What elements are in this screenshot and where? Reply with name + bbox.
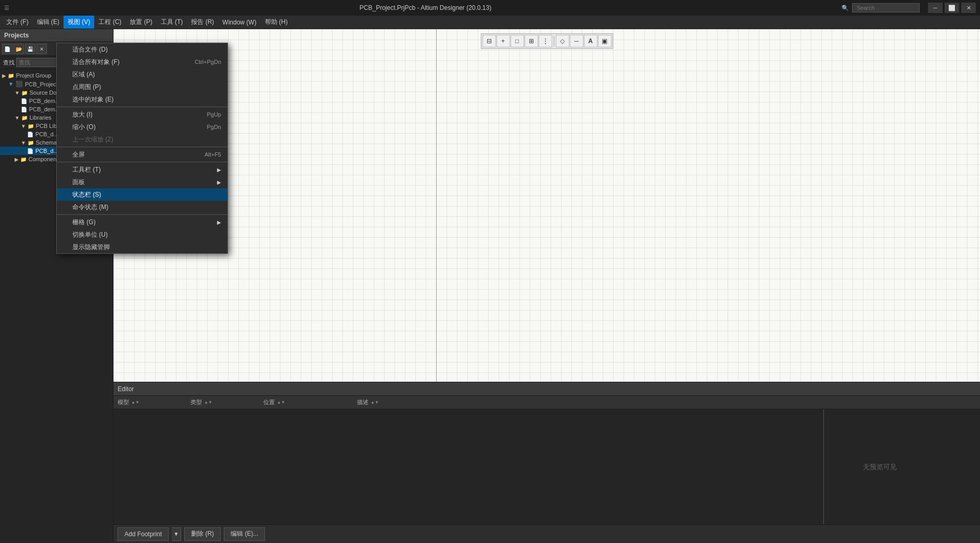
pcb-grid-btn[interactable]: ⊞ [525,35,538,47]
sidebar-title: Projects [4,32,29,39]
sidebar-open-btn[interactable]: 📂 [14,44,24,54]
pcb-highlight-btn[interactable]: ◇ [556,35,569,47]
col-model-label: 模型 [118,398,129,406]
menu-item-label: 工具栏 (T) [72,165,101,174]
sidebar-save-btn[interactable]: 💾 [25,44,35,54]
search-icon: 🔍 [842,5,849,11]
maximize-button[interactable]: ⬜ [945,3,959,13]
menu-edit[interactable]: 编辑 (E) [33,16,63,29]
menu-separator [57,162,227,162]
pcb-grid [113,29,980,382]
menu-item-label: 缩小 (O) [72,123,96,132]
sidebar-close-btn[interactable]: ✕ [36,44,47,54]
toolbar-separator [554,36,554,46]
tree-label: PCB_d... [35,131,58,137]
menu-command-status[interactable]: 命令状态 (M) [57,201,227,213]
menu-show-hidden-pins[interactable]: 显示隐藏管脚 [57,241,227,253]
title-bar: ☰ PCB_Project.PrjPcb - Altium Designer (… [0,0,980,16]
menu-grid[interactable]: 栅格 (G) ▶ [57,216,227,228]
menu-reports[interactable]: 报告 (R) [187,16,218,29]
folder-icon: ▼ 📁 [15,115,28,121]
sidebar-new-btn[interactable]: 📄 [2,44,12,54]
menu-item-label: 适合所有对象 (F) [72,58,120,67]
add-footprint-dropdown[interactable]: ▼ [172,527,181,541]
menu-fit-document[interactable]: 适合文件 (D) [57,43,227,56]
close-button[interactable]: ✕ [961,3,976,13]
file-icon: 📄 [21,98,27,104]
menu-toggle-units[interactable]: 切换单位 (U) [57,228,227,241]
no-preview-text: 无预览可见 [863,462,897,472]
submenu-arrow-icon: ▶ [217,219,221,225]
delete-button[interactable]: 删除 (R) [184,527,221,541]
menu-toolbar[interactable]: 工具栏 (T) ▶ [57,163,227,176]
col-type-label: 类型 [190,398,202,406]
menu-item-label: 选中的对象 (E) [72,95,113,104]
bottom-panel-header: Editor [113,382,980,396]
pcb-editor[interactable]: ⊟ + □ ⊞ ⋮ ◇ ─ A ▣ [113,29,980,382]
sort-icon: ▲▼ [277,400,285,405]
title-icons: ☰ [4,5,9,11]
edit-button[interactable]: 编辑 (E)... [224,527,265,541]
menu-item-label: 放大 (I) [72,110,93,119]
search-input[interactable] [852,3,920,12]
menu-panels[interactable]: 面板 ▶ [57,176,227,188]
menu-item-label: 全屏 [72,150,85,159]
shortcut-text: Alt+F5 [205,151,221,158]
pcb-filter-btn[interactable]: ⊟ [482,35,496,47]
menu-project[interactable]: 工程 (C) [94,16,125,29]
tree-label: Project Group [16,72,52,79]
bottom-panel: Editor 模型 ▲▼ 类型 ▲▼ 位置 ▲▼ 描述 ▲▼ [113,382,980,543]
menu-tools[interactable]: 工具 (T) [157,16,187,29]
shortcut-text: Ctrl+PgDn [195,59,221,65]
menu-fit-all[interactable]: 适合所有对象 (F) Ctrl+PgDn [57,56,227,68]
folder-icon: ▶ 📁 [2,73,14,79]
menu-separator [57,214,227,215]
pcb-line-btn[interactable]: ─ [570,35,583,47]
panel-divider [823,409,824,524]
menu-statusbar[interactable]: 状态栏 (S) [57,188,227,201]
submenu-arrow-icon: ▶ [217,167,221,173]
submenu-arrow-icon: ▶ [217,179,221,185]
menu-bar: 文件 (F) 编辑 (E) 视图 (V) 工程 (C) 放置 (P) 工具 (T… [0,16,980,29]
pcb-select-btn[interactable]: □ [511,35,524,47]
menu-help[interactable]: 帮助 (H) [261,16,292,29]
pcb-component-btn[interactable]: ▣ [598,35,612,47]
menu-around-point[interactable]: 点周围 (P) [57,81,227,93]
folder-icon: ▼ 📁 [21,123,34,129]
menu-place[interactable]: 放置 (P) [125,16,156,29]
minimize-button[interactable]: ─ [928,3,943,13]
delete-label: 删除 (R) [191,529,214,538]
col-description: 描述 ▲▼ [357,398,976,406]
menu-item-label: 栅格 (G) [72,218,96,227]
col-pos-label: 位置 [263,398,275,406]
menu-item-label: 点周围 (P) [72,83,101,92]
tree-label: PCB_d... [35,148,58,154]
pcb-add-btn[interactable]: + [497,35,510,47]
view-dropdown-menu[interactable]: 适合文件 (D) 适合所有对象 (F) Ctrl+PgDn 区域 (A) 点周围… [56,43,228,254]
add-footprint-button[interactable]: Add Footprint [118,527,169,541]
content-area: ⊟ + □ ⊞ ⋮ ◇ ─ A ▣ Editor 模型 ▲▼ [113,29,980,543]
menu-item-label: 命令状态 (M) [72,203,108,212]
menu-zoom-out[interactable]: 缩小 (O) PgDn [57,121,227,133]
col-type: 类型 ▲▼ [190,398,263,406]
sort-icon: ▲▼ [204,400,212,405]
menu-window[interactable]: Window (W) [218,16,260,29]
menu-file[interactable]: 文件 (F) [2,16,33,29]
menu-view[interactable]: 视图 (V) [63,16,94,29]
folder-icon: ▼ 📁 [21,140,34,146]
menu-area[interactable]: 区域 (A) [57,68,227,81]
pcb-text-btn[interactable]: A [584,35,597,47]
bottom-footer: Add Footprint ▼ 删除 (R) 编辑 (E)... [113,524,980,543]
menu-separator [57,147,227,147]
menu-fullscreen[interactable]: 全屏 Alt+F5 [57,148,227,161]
sidebar-header: Projects [0,29,113,42]
file-icon: 📄 [27,132,33,137]
menu-selected[interactable]: 选中的对象 (E) [57,93,227,106]
sort-icon: ▲▼ [131,400,139,405]
tree-label: PCB_dem... [29,98,60,104]
search-label: 查找 [3,59,15,66]
col-desc-label: 描述 [357,398,368,406]
shortcut-text: PgDn [207,124,221,130]
menu-zoom-in[interactable]: 放大 (I) PgUp [57,108,227,121]
pcb-snap-btn[interactable]: ⋮ [539,35,552,47]
